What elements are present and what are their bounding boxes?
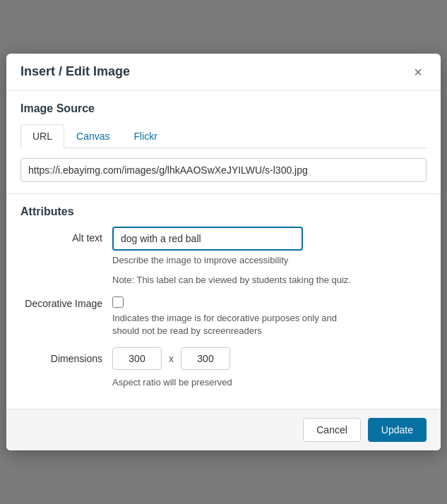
width-input[interactable]: [112, 347, 162, 370]
dimension-separator: x: [169, 353, 174, 364]
aspect-hint: Aspect ratio will be preserved: [112, 377, 427, 388]
update-button[interactable]: Update: [368, 418, 427, 442]
dimensions-row: Dimensions x Aspect ratio will be preser…: [20, 347, 427, 388]
dimensions-inputs: x: [112, 347, 427, 370]
modal-title: Insert / Edit Image: [20, 64, 130, 79]
modal-header: Insert / Edit Image ×: [6, 54, 441, 91]
modal-dialog: Insert / Edit Image × Image Source URL C…: [6, 54, 441, 451]
image-source-title: Image Source: [20, 102, 427, 115]
alt-text-label: Alt text: [20, 227, 112, 244]
modal-footer: Cancel Update: [6, 409, 441, 450]
decorative-checkbox[interactable]: [112, 296, 124, 308]
close-button[interactable]: ×: [410, 64, 427, 80]
modal-body: Image Source URL Canvas Flickr Attribute…: [6, 91, 441, 409]
height-input[interactable]: [181, 347, 230, 370]
alt-text-note: Note: This label can be viewed by studen…: [112, 274, 427, 287]
tab-flickr[interactable]: Flickr: [121, 124, 169, 148]
decorative-label: Decorative Image: [20, 296, 112, 309]
alt-text-content: Describe the image to improve accessibil…: [112, 227, 427, 287]
decorative-desc: Indicates the image is for decorative pu…: [112, 312, 352, 337]
cancel-button[interactable]: Cancel: [303, 418, 361, 442]
decorative-row: Decorative Image Indicates the image is …: [20, 296, 427, 337]
dimensions-content: x Aspect ratio will be preserved: [112, 347, 427, 388]
attributes-title: Attributes: [20, 205, 427, 218]
alt-text-row: Alt text Describe the image to improve a…: [20, 227, 427, 287]
alt-text-hint: Describe the image to improve accessibil…: [112, 254, 427, 267]
url-input[interactable]: [20, 158, 427, 182]
dimensions-label: Dimensions: [20, 347, 112, 364]
modal-overlay: Insert / Edit Image × Image Source URL C…: [0, 0, 447, 504]
alt-text-input[interactable]: [112, 227, 303, 251]
decorative-content: Indicates the image is for decorative pu…: [112, 296, 427, 337]
image-source-section: Image Source URL Canvas Flickr: [6, 91, 441, 193]
attributes-section: Attributes Alt text Describe the image t…: [6, 194, 441, 409]
tab-canvas[interactable]: Canvas: [64, 124, 121, 148]
source-tabs: URL Canvas Flickr: [20, 124, 427, 148]
tab-url[interactable]: URL: [20, 124, 64, 148]
